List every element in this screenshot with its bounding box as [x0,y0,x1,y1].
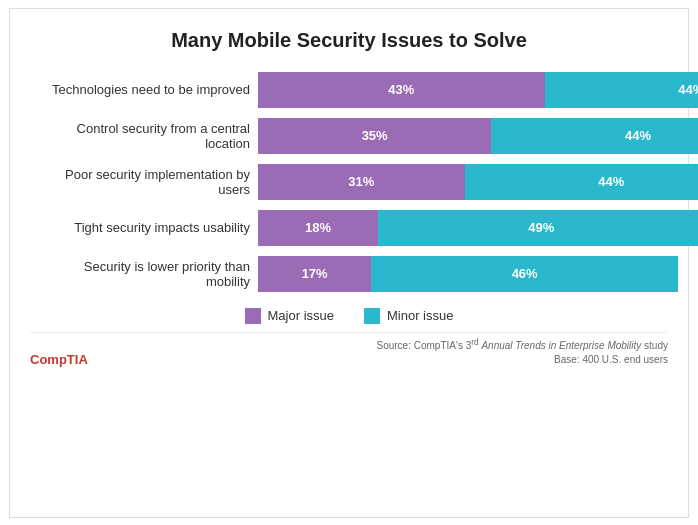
legend-major: Major issue [245,308,334,324]
bar-major-segment: 17% [258,256,371,292]
footer-area: CompTIA Source: CompTIA's 3rd Annual Tre… [30,332,668,367]
bar-group: 31%44% [258,164,698,200]
bar-group: 35%44% [258,118,698,154]
bar-label: Poor security implementation by users [40,167,250,197]
bar-row: Security is lower priority than mobility… [40,256,668,292]
source-text: Source: CompTIA's 3rd Annual Trends in E… [377,337,669,367]
bar-minor-segment: 49% [378,210,698,246]
chart-title: Many Mobile Security Issues to Solve [30,29,668,52]
legend-area: Major issue Minor issue [30,308,668,324]
bar-minor-segment: 44% [465,164,698,200]
bar-label: Tight security impacts usability [40,220,250,235]
bar-minor-segment: 46% [371,256,678,292]
source-line1: Source: CompTIA's 3rd Annual Trends in E… [377,337,669,353]
minor-swatch [364,308,380,324]
bar-major-segment: 43% [258,72,545,108]
bar-row: Tight security impacts usability18%49% [40,210,668,246]
bar-major-segment: 35% [258,118,491,154]
bar-major-segment: 31% [258,164,465,200]
chart-area: Technologies need to be improved43%44%Co… [40,72,668,292]
major-swatch [245,308,261,324]
bar-label: Control security from a central location [40,121,250,151]
chart-container: Many Mobile Security Issues to Solve Tec… [9,8,689,518]
legend-minor: Minor issue [364,308,453,324]
bar-row: Technologies need to be improved43%44% [40,72,668,108]
bar-major-segment: 18% [258,210,378,246]
bar-minor-segment: 44% [545,72,698,108]
bar-minor-segment: 44% [491,118,698,154]
legend-minor-label: Minor issue [387,308,453,323]
bar-row: Poor security implementation by users31%… [40,164,668,200]
source-line2: Base: 400 U.S. end users [377,353,669,367]
bar-label: Security is lower priority than mobility [40,259,250,289]
bar-group: 17%46% [258,256,678,292]
bar-group: 18%49% [258,210,698,246]
legend-major-label: Major issue [268,308,334,323]
comptia-logo: CompTIA [30,352,88,367]
bar-group: 43%44% [258,72,698,108]
bar-row: Control security from a central location… [40,118,668,154]
bar-label: Technologies need to be improved [40,82,250,97]
